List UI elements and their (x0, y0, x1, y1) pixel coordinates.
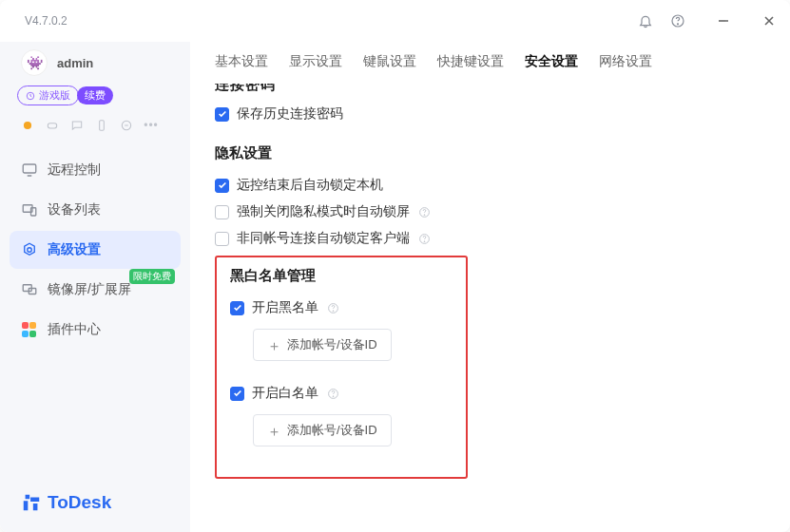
svg-rect-8 (100, 121, 105, 131)
devices-icon (21, 201, 38, 218)
add-whitelist-label: 添加帐号/设备ID (287, 422, 377, 439)
nav-remote-control[interactable]: 远程控制 (10, 151, 181, 189)
add-blacklist-button[interactable]: ＋ 添加帐号/设备ID (253, 329, 392, 361)
app-window: V4.7.0.2 👾 admin (0, 0, 790, 532)
screens-icon (21, 281, 38, 298)
svg-rect-7 (48, 124, 56, 128)
help-icon[interactable] (326, 387, 339, 400)
label-diff-account-lock: 非同帐号连接自动锁定客户端 (237, 230, 410, 247)
message-icon[interactable] (68, 117, 86, 134)
tab-shortcuts[interactable]: 快捷键设置 (437, 51, 504, 72)
label-lock-after-remote: 远控结束后自动锁定本机 (237, 177, 383, 194)
help-icon[interactable] (326, 301, 339, 314)
svg-point-6 (24, 122, 31, 129)
plan-badge[interactable]: 游戏版 (17, 86, 79, 105)
nav-advanced-settings[interactable]: 高级设置 (10, 231, 181, 269)
checkbox-save-history-password[interactable] (215, 107, 229, 122)
titlebar: V4.7.0.2 (0, 0, 790, 42)
brand-label: ToDesk (48, 492, 111, 513)
nav: 远程控制 设备列表 高级设置 镜像屏/扩展屏 限时免费 (0, 147, 190, 349)
tab-security[interactable]: 安全设置 (525, 51, 578, 72)
sidebar: 👾 admin 游戏版 续费 ••• (0, 42, 190, 532)
user-block[interactable]: 👾 admin (0, 42, 190, 86)
nav-plugin-center[interactable]: 插件中心 (10, 311, 181, 349)
help-icon[interactable] (670, 13, 685, 28)
checkbox-diff-account-lock[interactable] (215, 232, 229, 246)
titlebar-actions (638, 13, 777, 28)
tab-display[interactable]: 显示设置 (289, 51, 342, 72)
avatar: 👾 (21, 49, 48, 76)
plus-icon: ＋ (267, 338, 281, 352)
svg-point-1 (677, 24, 678, 25)
label-save-history-password: 保存历史连接密码 (237, 105, 343, 123)
tab-network[interactable]: 网络设置 (599, 51, 652, 72)
brand: ToDesk (0, 492, 190, 532)
checkbox-lock-after-remote[interactable] (215, 179, 229, 193)
help-icon[interactable] (417, 205, 431, 218)
transfer-icon[interactable] (118, 117, 135, 134)
svg-point-21 (333, 310, 334, 311)
plan-label: 游戏版 (39, 88, 70, 103)
username-label: admin (57, 56, 93, 70)
mini-icon-row: ••• (0, 113, 190, 147)
tab-keyboard-mouse[interactable]: 键鼠设置 (363, 51, 416, 72)
section-list-mgmt-heading: 黑白名单管理 (230, 267, 449, 285)
help-icon[interactable] (417, 232, 431, 245)
svg-point-17 (424, 214, 425, 215)
minimize-icon[interactable] (716, 13, 731, 28)
svg-point-23 (333, 395, 334, 396)
section-connection-password-heading: 连接密码 (215, 84, 765, 94)
gamepad-icon[interactable] (44, 117, 61, 134)
nav-label: 高级设置 (48, 241, 101, 258)
svg-point-13 (28, 248, 32, 253)
phone-icon[interactable] (93, 117, 110, 134)
nav-mirror-extend[interactable]: 镜像屏/扩展屏 限时免费 (10, 271, 181, 309)
highlight-box: 黑白名单管理 开启黑名单 ＋ 添加帐号/设备ID (215, 256, 468, 479)
bell-icon[interactable] (638, 13, 653, 28)
add-whitelist-button[interactable]: ＋ 添加帐号/设备ID (253, 414, 392, 446)
free-badge: 限时免费 (129, 269, 175, 284)
more-icon[interactable]: ••• (143, 117, 160, 134)
checkbox-force-lock-privacy[interactable] (215, 205, 229, 219)
close-icon[interactable] (761, 13, 777, 28)
settings-hex-icon (21, 241, 38, 258)
main: 基本设置 显示设置 键鼠设置 快捷键设置 安全设置 网络设置 连接密码 保存历史… (190, 42, 790, 532)
settings-tabs: 基本设置 显示设置 键鼠设置 快捷键设置 安全设置 网络设置 (190, 42, 790, 84)
brand-icon (21, 492, 42, 513)
label-enable-blacklist: 开启黑名单 (252, 299, 318, 316)
nav-device-list[interactable]: 设备列表 (10, 191, 181, 229)
nav-label: 镜像屏/扩展屏 (48, 281, 131, 298)
checkbox-enable-blacklist[interactable] (230, 301, 244, 315)
svg-rect-10 (23, 164, 36, 173)
settings-content: 连接密码 保存历史连接密码 隐私设置 远控结束后自动锁定本机 强制关闭隐私模式时… (190, 84, 790, 532)
plugin-icon (21, 321, 38, 338)
plan-badges: 游戏版 续费 (0, 86, 190, 113)
add-blacklist-label: 添加帐号/设备ID (287, 336, 377, 353)
version-label: V4.7.0.2 (25, 14, 67, 28)
svg-point-19 (424, 240, 425, 241)
renew-badge[interactable]: 续费 (77, 86, 113, 104)
section-privacy-heading: 隐私设置 (215, 144, 765, 162)
nav-label: 插件中心 (48, 321, 101, 338)
label-force-lock-privacy: 强制关闭隐私模式时自动锁屏 (237, 203, 410, 220)
nav-label: 设备列表 (48, 201, 101, 218)
monitor-icon (21, 162, 38, 179)
plus-icon: ＋ (267, 424, 281, 438)
coin-icon[interactable] (19, 117, 36, 134)
nav-label: 远程控制 (48, 162, 101, 179)
tab-basic[interactable]: 基本设置 (215, 51, 268, 72)
checkbox-enable-whitelist[interactable] (230, 387, 244, 401)
label-enable-whitelist: 开启白名单 (252, 385, 318, 402)
